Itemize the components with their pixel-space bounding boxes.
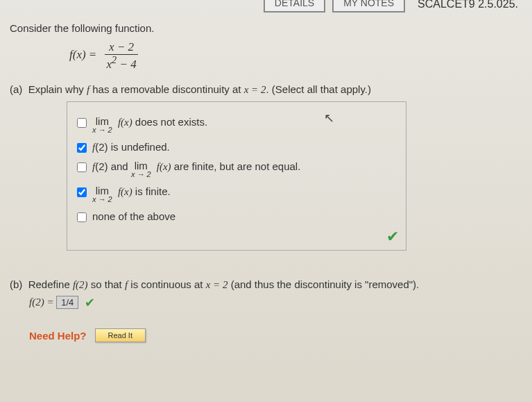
option-5-label: none of the above [92, 210, 175, 222]
option-1-checkbox[interactable] [77, 118, 87, 128]
answer-lhs: f(2) = [29, 296, 56, 308]
eq-lhs: f(x) = [69, 48, 96, 61]
option-4-checkbox[interactable] [77, 187, 87, 197]
option-1[interactable]: limx → 2 f(x) does not exists. [77, 116, 396, 134]
option-3[interactable]: f(2) and limx → 2 f(x) are finite, but a… [77, 160, 396, 178]
option-4-label: limx → 2 f(x) is finite. [92, 185, 171, 203]
problem-ref: SCALCET9 2.5.025. [418, 0, 518, 10]
answer-input[interactable]: 1/4 [56, 296, 78, 309]
option-4[interactable]: limx → 2 f(x) is finite. [77, 185, 396, 203]
part-a-prompt: (a) Explain why f has a removable discon… [10, 83, 522, 96]
option-5[interactable]: none of the above [77, 210, 396, 222]
function-definition: f(x) = x − 2 x2 − 4 [69, 41, 532, 71]
answer-correct-icon: ✔ [85, 296, 95, 310]
prompt-text: Consider the following function. [10, 22, 532, 34]
correct-check-icon: ✔ [386, 228, 399, 246]
need-help-label: Need Help? [29, 330, 87, 342]
option-1-label: limx → 2 f(x) does not exists. [92, 116, 207, 134]
option-5-checkbox[interactable] [77, 212, 87, 222]
option-2[interactable]: f(2) is undefined. [77, 141, 396, 153]
read-it-button[interactable]: Read It [95, 328, 146, 342]
my-notes-button[interactable]: MY NOTES [332, 0, 405, 12]
details-button[interactable]: DETAILS [264, 0, 325, 12]
option-2-checkbox[interactable] [77, 143, 87, 153]
option-3-label: f(2) and limx → 2 f(x) are finite, but a… [92, 160, 300, 178]
options-box: limx → 2 f(x) does not exists. f(2) is u… [67, 101, 406, 251]
option-3-checkbox[interactable] [77, 162, 87, 172]
part-b-prompt: (b) Redefine f(2) so that f is continuou… [10, 278, 522, 310]
eq-denominator: x2 − 4 [103, 55, 141, 71]
eq-numerator: x − 2 [105, 41, 138, 55]
option-2-label: f(2) is undefined. [92, 141, 170, 153]
